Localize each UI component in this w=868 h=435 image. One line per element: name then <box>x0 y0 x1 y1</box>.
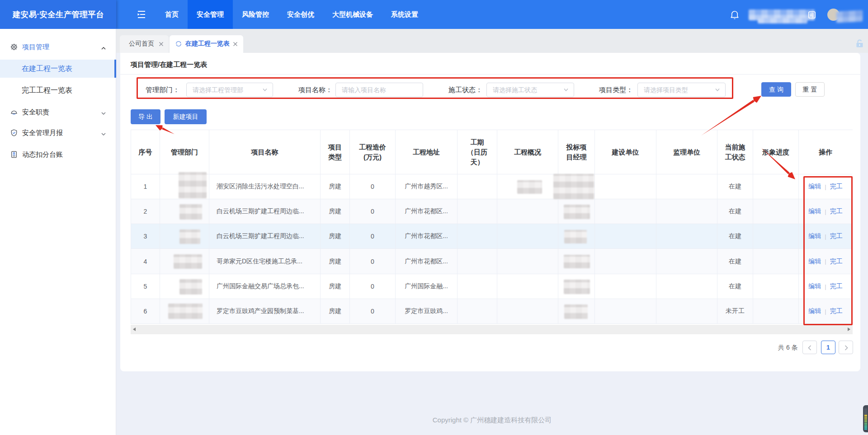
svg-text:司: 司 <box>809 13 814 18</box>
